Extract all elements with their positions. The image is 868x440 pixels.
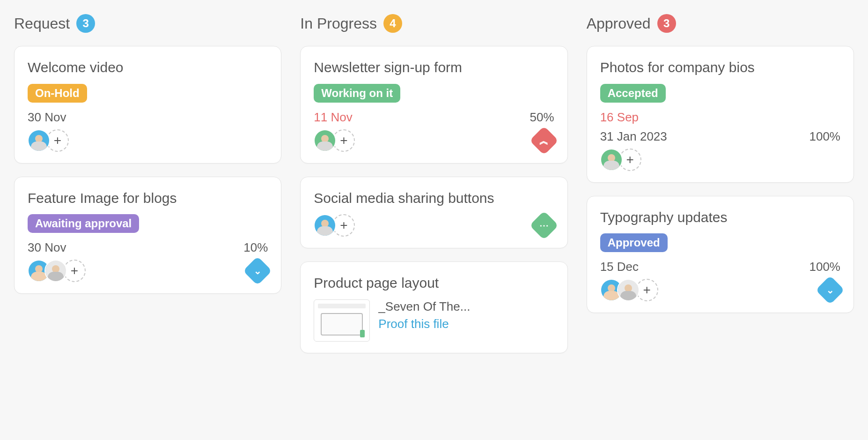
avatar[interactable] — [600, 149, 623, 171]
column-count-badge: 3 — [76, 14, 95, 33]
priority-icon[interactable]: ⌄ — [243, 256, 272, 285]
card-footer: + — [600, 149, 840, 171]
due-date: 30 Nov — [28, 240, 66, 255]
progress-percent: 50% — [530, 110, 554, 125]
status-badge: Awaiting approval — [28, 214, 139, 233]
card-title: Typography updates — [600, 209, 840, 226]
kanban-column: In Progress4Newsletter sign-up formWorki… — [300, 14, 567, 366]
column-count-badge: 3 — [657, 14, 676, 33]
kanban-card[interactable]: Feature Image for blogsAwaiting approval… — [14, 177, 281, 294]
avatar[interactable] — [314, 129, 336, 152]
meta-row: 30 Nov10% — [28, 240, 268, 255]
priority-icon[interactable]: ⋯ — [530, 211, 559, 240]
status-badge: Approved — [600, 233, 668, 252]
progress-percent: 10% — [243, 240, 268, 255]
column-title: Request — [14, 15, 70, 32]
assignees: + — [314, 129, 355, 152]
due-date: 11 Nov — [314, 110, 352, 125]
attachment-info: _Seven Of The...Proof this file — [378, 299, 470, 331]
priority-icon[interactable]: ⌄ — [816, 276, 845, 305]
kanban-card[interactable]: Newsletter sign-up formWorking on it11 N… — [300, 46, 567, 164]
card-title: Social media sharing buttons — [314, 189, 554, 207]
progress-percent: 100% — [809, 129, 840, 144]
meta-row: 11 Nov50% — [314, 110, 554, 125]
card-title: Product page layout — [314, 274, 554, 292]
avatar[interactable] — [314, 214, 336, 237]
secondary-date: 31 Jan 2023 — [600, 129, 667, 144]
meta-row: 30 Nov — [28, 110, 268, 125]
due-date: 16 Sep — [600, 110, 639, 125]
meta-row: 16 Sep — [600, 110, 840, 125]
card-footer: +⌄ — [600, 279, 840, 301]
assignees: + — [28, 129, 69, 152]
priority-icon[interactable]: ︽ — [530, 126, 559, 155]
avatar[interactable] — [28, 129, 50, 152]
attachment: _Seven Of The...Proof this file — [314, 299, 554, 342]
column-title: In Progress — [300, 15, 377, 32]
kanban-card[interactable]: Typography updatesApproved15 Dec100%+⌄ — [587, 196, 854, 313]
kanban-board: Request3Welcome videoOn-Hold30 Nov+Featu… — [14, 14, 854, 366]
card-footer: +⌄ — [28, 260, 268, 282]
attachment-name: _Seven Of The... — [378, 299, 470, 314]
due-date: 15 Dec — [600, 260, 639, 274]
card-title: Newsletter sign-up form — [314, 59, 554, 76]
avatar[interactable] — [44, 260, 67, 282]
status-badge: On-Hold — [28, 84, 87, 103]
meta-row: 15 Dec100% — [600, 260, 840, 274]
card-title: Photos for company bios — [600, 59, 840, 76]
column-header: Request3 — [14, 14, 281, 33]
card-footer: +︽ — [314, 129, 554, 152]
column-count-badge: 4 — [383, 14, 402, 33]
kanban-card[interactable]: Social media sharing buttons+⋯ — [300, 177, 567, 249]
card-title: Welcome video — [28, 59, 268, 76]
status-badge: Working on it — [314, 84, 400, 103]
avatar[interactable] — [617, 279, 640, 301]
column-header: Approved3 — [587, 14, 854, 33]
attachment-thumbnail[interactable] — [314, 299, 370, 342]
kanban-column: Request3Welcome videoOn-Hold30 Nov+Featu… — [14, 14, 281, 307]
assignees: + — [314, 214, 355, 237]
kanban-card[interactable]: Product page layout_Seven Of The...Proof… — [300, 261, 567, 353]
proof-file-link[interactable]: Proof this file — [378, 317, 470, 331]
assignees: + — [600, 149, 641, 171]
card-title: Feature Image for blogs — [28, 189, 268, 207]
card-footer: +⋯ — [314, 214, 554, 237]
meta-row: 31 Jan 2023100% — [600, 129, 840, 144]
kanban-column: Approved3Photos for company biosAccepted… — [587, 14, 854, 326]
kanban-card[interactable]: Photos for company biosAccepted16 Sep31 … — [587, 46, 854, 183]
kanban-card[interactable]: Welcome videoOn-Hold30 Nov+ — [14, 46, 281, 164]
assignees: + — [600, 279, 658, 301]
status-badge: Accepted — [600, 84, 666, 103]
column-header: In Progress4 — [300, 14, 567, 33]
assignees: + — [28, 260, 86, 282]
due-date: 30 Nov — [28, 110, 66, 125]
column-title: Approved — [587, 15, 651, 32]
card-footer: + — [28, 129, 268, 152]
progress-percent: 100% — [809, 260, 840, 274]
